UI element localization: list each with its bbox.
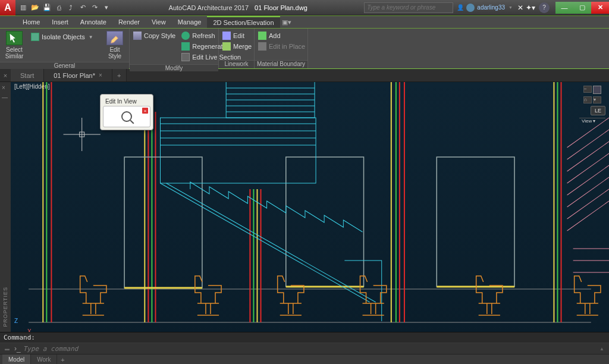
user-name: adarling33 (477, 4, 505, 11)
copy-style-button[interactable]: Copy Style (132, 31, 177, 40)
navigation-bar: − ⌂ ▾ LE View ▾ (579, 86, 605, 124)
tooltip-title: Edit In View (103, 97, 150, 106)
app-title: AutoCAD Architecture 2017 (169, 4, 249, 11)
viewcube-icon[interactable] (593, 86, 601, 94)
layout-tab-bar: Model Work + (0, 354, 609, 364)
qat-more-icon[interactable]: ▾ (101, 2, 112, 13)
document-title: 01 Floor Plan.dwg (255, 4, 307, 11)
signin-icon: 👤 (457, 4, 464, 11)
command-line-area: Command: ▬ ›_ ▲ (0, 332, 609, 354)
file-tab-document[interactable]: 01 Floor Plan*× (44, 69, 112, 81)
drawing-area-wrapper: × — PROPERTIES [Left][Hidden] (0, 82, 609, 332)
palette-close-icon[interactable]: × (2, 84, 9, 92)
palette-bar: × — PROPERTIES (0, 82, 11, 332)
material-eip-icon (258, 42, 266, 51)
quick-access-toolbar: ▥ 📂 💾 ⎙ ⤴ ↶ ↷ ▾ (18, 2, 112, 13)
file-tab-add-button[interactable]: + (112, 69, 127, 81)
svg-rect-22 (437, 157, 514, 287)
refresh-icon (181, 32, 190, 40)
minimize-button[interactable]: — (555, 2, 573, 14)
command-input[interactable] (23, 345, 597, 353)
tab-overflow-icon[interactable]: ▣▾ (280, 16, 293, 28)
avatar (466, 4, 475, 12)
command-history: Command: (0, 332, 609, 343)
user-account[interactable]: 👤 adarling33 ▼ (457, 4, 513, 12)
nav-view-label[interactable]: View ▾ (579, 118, 605, 124)
file-tab-bar: × Start 01 Floor Plan*× + (0, 69, 609, 82)
command-line[interactable]: ▬ ›_ ▲ (0, 343, 609, 354)
drawing-canvas[interactable]: [Left][Hidden] (11, 82, 609, 332)
palette-pin-icon[interactable]: — (2, 94, 9, 101)
nav-home-icon[interactable]: ⌂ (583, 96, 592, 103)
help-icon[interactable]: ? (539, 2, 550, 13)
help-search-input[interactable] (364, 2, 453, 13)
properties-palette-label[interactable]: PROPERTIES (2, 287, 8, 327)
select-similar-button[interactable]: Select Similar (2, 31, 26, 59)
linework-edit-icon (222, 32, 231, 40)
select-similar-icon (6, 31, 23, 45)
command-prompt-icon: ›_ (12, 344, 23, 353)
edit-live-section-icon (181, 53, 190, 61)
edit-style-button[interactable]: Edit Style (103, 31, 127, 59)
tab-manage[interactable]: Manage (172, 16, 208, 28)
title-bar: A ▥ 📂 💾 ⎙ ⤴ ↶ ↷ ▾ AutoCAD Architecture 2… (0, 0, 609, 15)
viewcube-face-left[interactable]: LE (591, 106, 605, 115)
app-logo-icon[interactable]: A (0, 0, 15, 15)
command-expand-icon[interactable]: ▬ (2, 346, 12, 352)
nav-minus-icon[interactable]: − (583, 86, 592, 93)
svg-rect-26 (161, 118, 316, 183)
linework-merge-icon (222, 42, 231, 51)
window-controls: — ▢ ✕ (555, 2, 609, 14)
layout-tab-work[interactable]: Work (31, 354, 57, 364)
ribbon: Select Similar Isolate Objects ▼ Edit St… (0, 29, 609, 69)
tab-home[interactable]: Home (17, 16, 46, 28)
svg-rect-21 (286, 157, 364, 287)
qat-plot-icon[interactable]: ⤴ (65, 2, 76, 13)
material-add-button[interactable]: Add (257, 31, 306, 40)
qat-save-icon[interactable]: 💾 (42, 2, 52, 13)
magnifier-icon (121, 111, 132, 122)
ribbon-panel-linework: Edit Merge Linework (219, 29, 255, 68)
ribbon-panel-modify: Copy Style Refresh Regenerate Edit Live … (130, 29, 219, 68)
qat-new-icon[interactable]: ▥ (18, 2, 29, 13)
command-recent-icon[interactable]: ▲ (597, 346, 607, 352)
tooltip-body[interactable]: × (103, 106, 150, 127)
qat-saveas-icon[interactable]: ⎙ (54, 2, 64, 13)
tab-insert[interactable]: Insert (46, 16, 74, 28)
svg-rect-20 (124, 157, 202, 288)
qat-open-icon[interactable]: 📂 (30, 2, 40, 13)
file-tab-close-icon[interactable]: × (99, 72, 102, 79)
isolate-objects-button[interactable]: Isolate Objects ▼ (30, 32, 95, 42)
layout-tab-model[interactable]: Model (2, 354, 31, 364)
tooltip-close-icon[interactable]: × (142, 108, 148, 114)
ribbon-tab-bar: Home Insert Annotate Render View Manage … (0, 15, 609, 29)
linework-merge-button[interactable]: Merge (221, 42, 253, 51)
tab-render[interactable]: Render (112, 16, 146, 28)
layout-tab-add-button[interactable]: + (57, 354, 68, 364)
tab-view[interactable]: View (146, 16, 172, 28)
qat-redo-icon[interactable]: ↷ (89, 2, 100, 13)
edit-style-icon (106, 31, 123, 45)
tab-2d-section-elevation[interactable]: 2D Section/Elevation (207, 16, 280, 28)
in-canvas-tooltip: Edit In View × (100, 94, 153, 130)
file-tab-start[interactable]: Start (11, 69, 44, 81)
nav-drop-icon[interactable]: ▾ (593, 96, 601, 103)
linework-edit-button[interactable]: Edit (221, 31, 253, 40)
tab-annotate[interactable]: Annotate (74, 16, 112, 28)
material-add-icon (258, 32, 266, 40)
ribbon-panel-general: Select Similar Isolate Objects ▼ Edit St… (0, 29, 130, 68)
file-tabs-close-icon[interactable]: × (0, 69, 11, 81)
favorite-icon[interactable]: ✦▾ (526, 4, 535, 12)
qat-undo-icon[interactable]: ↶ (77, 2, 88, 13)
exchange-apps-icon[interactable]: ✕ (517, 4, 523, 12)
title-center: AutoCAD Architecture 2017 01 Floor Plan.… (112, 4, 364, 11)
material-edit-in-place-button[interactable]: Edit in Place (257, 42, 306, 51)
ribbon-panel-material-boundary: Add Edit in Place Material Boundary (255, 29, 308, 68)
isolate-objects-icon (31, 33, 39, 41)
maximize-button[interactable]: ▢ (573, 2, 591, 14)
copy-style-icon (133, 32, 142, 40)
regenerate-icon (181, 42, 190, 51)
close-button[interactable]: ✕ (591, 2, 609, 14)
